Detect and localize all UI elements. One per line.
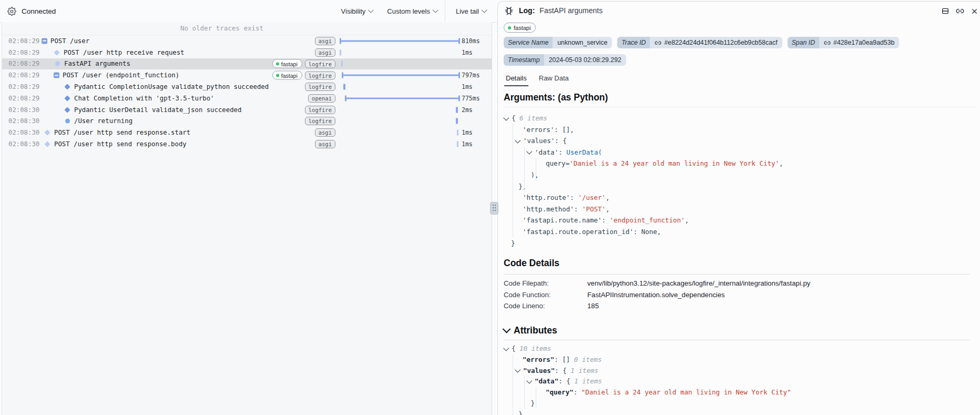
chip-value: 2024-05-03 02:08:29.292 (544, 54, 626, 66)
span-id-chip[interactable]: Span ID#428e17a0ea9ad53b (788, 37, 900, 48)
duration-label: 1ms (462, 129, 473, 136)
close-icon[interactable] (971, 7, 978, 15)
trace-id-chip[interactable]: Trace ID#e8224d24d41f064b112c6eb9cb58cac… (617, 37, 782, 48)
collapse-caret-icon[interactable] (526, 378, 532, 383)
indent-guide (524, 376, 525, 409)
diamond-icon[interactable] (64, 95, 70, 101)
trace-row[interactable]: 02:08:29FastAPI argumentsfastapilogfire (2, 58, 492, 70)
trace-label: POST /user (50, 37, 89, 45)
trace-row[interactable]: 02:08:29POST /user http receive requesta… (2, 47, 492, 58)
trace-row[interactable]: 02:08:29Chat Completion with 'gpt-3.5-tu… (2, 93, 492, 104)
trace-badges: openai (308, 94, 335, 103)
code-function-row: Code Function:FastAPIInstrumentation.sol… (504, 289, 970, 301)
tab-details[interactable]: Details (504, 74, 528, 86)
trace-label: Chat Completion with 'gpt-3.5-turbo' (74, 95, 215, 102)
circle-icon[interactable] (55, 62, 60, 66)
trace-row[interactable]: 02:08:29POST /userasgi810ms (2, 35, 492, 47)
live-tail-dropdown[interactable]: Live tail (445, 0, 497, 22)
scope-badge: asgi (315, 37, 335, 45)
minus-icon[interactable] (42, 38, 47, 44)
trace-label: /User returning (74, 117, 132, 125)
code-line: } (504, 398, 977, 409)
tab-raw-data[interactable]: Raw Data (537, 74, 570, 86)
top-bar-controls: Visibility Custom levels Live tail (334, 0, 497, 22)
circle-icon[interactable] (65, 119, 70, 124)
service-name-chip: Service Nameunknown_service (504, 37, 612, 48)
divider (504, 274, 970, 275)
trace-timestamp: 02:08:30 (8, 129, 39, 136)
trace-timestamp: 02:08:29 (8, 37, 39, 45)
collapse-caret-icon[interactable] (515, 367, 520, 372)
scope-badge: openai (308, 94, 335, 103)
code-line: } (504, 409, 977, 415)
trace-row[interactable]: 02:08:29Pydantic CompletionUsage validat… (2, 81, 492, 93)
split-panel-icon[interactable] (941, 7, 950, 15)
diamond-icon[interactable] (54, 49, 59, 55)
trace-badges: asgi (315, 128, 335, 137)
gear-icon[interactable] (7, 7, 16, 16)
bug-icon (504, 5, 514, 16)
detail-key: Code Filepath: (504, 278, 587, 289)
green-dot-icon (508, 26, 511, 29)
duration-label: 797ms (462, 72, 480, 79)
attributes-heading[interactable]: Attributes (504, 325, 557, 336)
visibility-dropdown[interactable]: Visibility (334, 0, 381, 22)
link-icon (655, 39, 661, 46)
chip-value: #e8224d24d41f064b112c6eb9cb58cacf (650, 37, 782, 48)
chevron-down-icon (482, 7, 487, 13)
scope-badge: logfire (305, 117, 335, 125)
meta-chips-row-1: Service Nameunknown_serviceTrace ID#e822… (504, 37, 899, 48)
diamond-icon[interactable] (44, 130, 50, 136)
code-line: }, (504, 181, 977, 193)
fastapi-tag-badge[interactable]: fastapi (504, 23, 536, 33)
trace-row[interactable]: 02:08:30POST /user http send response.bo… (2, 138, 492, 150)
panel-resize-handle[interactable] (490, 202, 498, 215)
diamond-icon[interactable] (64, 107, 70, 113)
code-filepath-row: Code Filepath:venv/lib/python3.12/site-p… (504, 278, 970, 289)
scope-badge: logfire (305, 71, 335, 79)
green-dot-icon (276, 74, 279, 77)
chip-value: unknown_service (553, 37, 612, 48)
scope-badge: logfire (305, 83, 335, 91)
collapse-caret-icon[interactable] (526, 149, 532, 155)
green-dot-icon (276, 62, 279, 65)
trace-timestamp: 02:08:29 (8, 60, 39, 67)
code-line: } (504, 238, 977, 249)
trace-timestamp: 02:08:29 (8, 72, 39, 79)
indent-guide (513, 124, 513, 238)
trace-rows: 02:08:29POST /userasgi810ms02:08:29POST … (2, 35, 492, 150)
trace-badges: asgi (315, 140, 335, 148)
collapse-caret-icon[interactable] (503, 345, 509, 351)
trace-timestamp: 02:08:29 (8, 49, 39, 56)
duration-bar (345, 95, 460, 101)
collapse-caret-icon[interactable] (503, 115, 509, 120)
duration-bar (457, 130, 458, 136)
trace-label: POST /user http receive request (64, 49, 185, 56)
trace-row[interactable]: 02:08:29POST /user (endpoint_function)fa… (2, 69, 492, 81)
detail-value: FastAPIInstrumentation.solve_dependencie… (587, 289, 725, 301)
duration-bar (456, 118, 458, 124)
duration-label: 1ms (462, 49, 473, 56)
scope-badge: asgi (315, 128, 335, 137)
duration-label: 1ms (462, 140, 473, 148)
copy-link-icon[interactable] (956, 7, 964, 15)
indent-guide (513, 355, 513, 415)
custom-levels-dropdown[interactable]: Custom levels (380, 0, 445, 22)
trace-timestamp: 02:08:30 (8, 117, 39, 125)
code-line: 'fastapi.route.operation_id': None, (504, 226, 977, 238)
trace-row[interactable]: 02:08:30/User returninglogfire (2, 116, 492, 127)
indent-guide (536, 387, 536, 409)
trace-row[interactable]: 02:08:30Pydantic UserDetail validate_jso… (2, 104, 492, 116)
trace-label: POST /user (endpoint_function) (63, 72, 179, 79)
collapse-caret-icon[interactable] (515, 137, 520, 143)
trace-timestamp: 02:08:29 (8, 95, 39, 102)
diamond-icon[interactable] (64, 84, 70, 89)
diamond-icon[interactable] (44, 141, 50, 147)
code-line: { 6 items (504, 113, 977, 124)
minus-icon[interactable] (54, 73, 59, 78)
indent-guide (536, 158, 536, 180)
duration-label: 775ms (462, 95, 480, 102)
trace-row[interactable]: 02:08:30POST /user http send response.st… (2, 127, 492, 138)
trace-badges: asgi (315, 48, 335, 57)
chip-value: #428e17a0ea9ad53b (819, 37, 899, 48)
